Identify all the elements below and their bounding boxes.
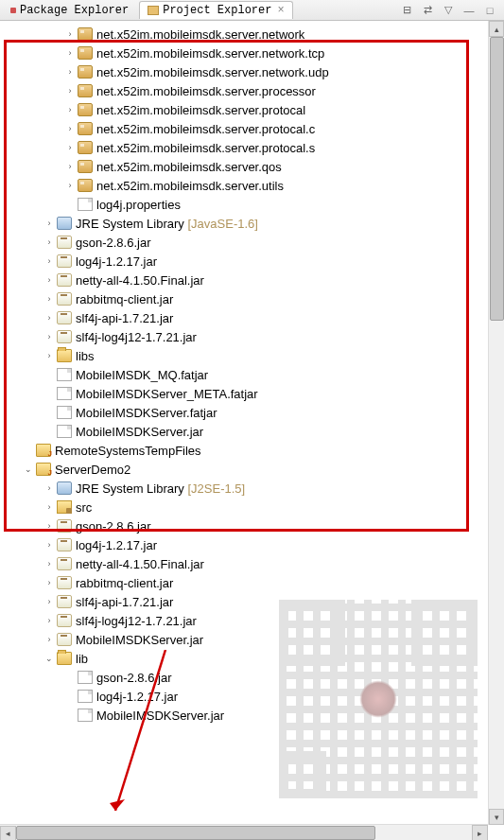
tree-item-label: net.x52im.mobileimsdk.server.network (96, 27, 304, 42)
jar-icon (57, 519, 72, 533)
tree-item[interactable]: ›JRE System Library [JavaSE-1.6] (2, 214, 504, 233)
tree-item-label: gson-2.8.6.jar (76, 519, 151, 534)
expander-closed-icon[interactable]: › (43, 312, 55, 324)
tree-item[interactable]: ›MobileIMSDKServer.jar (2, 630, 504, 649)
tree-item[interactable]: ›net.x52im.mobileimsdk.server.protocal.c (2, 119, 504, 138)
tree-item[interactable]: ›net.x52im.mobileimsdk.server.network.ud… (2, 62, 504, 81)
tree-item[interactable]: MobileIMSDKServer.jar (2, 706, 504, 725)
tree-item-label: net.x52im.mobileimsdk.server.protocal.s (96, 141, 315, 155)
tree-item[interactable]: log4j.properties (2, 195, 504, 214)
folder-icon (57, 349, 72, 362)
tab-package-explorer[interactable]: Package Explorer (2, 1, 137, 19)
tree-item-label: log4j-1.2.17.jar (96, 690, 178, 704)
expander-closed-icon[interactable]: › (43, 501, 55, 513)
tree-item-label: slf4j-log4j12-1.7.21.jar (76, 614, 197, 628)
expander-closed-icon[interactable]: › (64, 47, 76, 59)
expander-closed-icon[interactable]: › (43, 615, 55, 626)
scroll-left-icon[interactable]: ◂ (0, 826, 16, 841)
expander-closed-icon[interactable]: › (43, 218, 55, 229)
expander-closed-icon[interactable]: › (43, 274, 55, 286)
jar-icon (57, 576, 72, 589)
collapse-all-icon[interactable]: ⊟ (400, 4, 413, 17)
tree-item[interactable]: MobileIMSDKServer_META.fatjar (2, 384, 504, 403)
expander-closed-icon[interactable]: › (43, 350, 55, 361)
expander-closed-icon[interactable]: › (43, 596, 55, 607)
file-icon (57, 406, 72, 419)
tree-item[interactable]: MobileIMSDK_MQ.fatjar (2, 365, 504, 384)
expander-closed-icon[interactable]: › (43, 558, 55, 569)
tree-item[interactable]: ›rabbitmq-client.jar (2, 289, 504, 308)
tree-item[interactable]: MobileIMSDKServer.jar (2, 422, 504, 441)
tree-item[interactable]: ›JRE System Library [J2SE-1.5] (2, 479, 504, 498)
tab-project-explorer[interactable]: Project Explorer × (139, 1, 292, 19)
project-tree[interactable]: ›net.x52im.mobileimsdk.server.network›ne… (0, 21, 504, 825)
tree-item[interactable]: ›net.x52im.mobileimsdk.server.processor (2, 81, 504, 100)
expander-closed-icon[interactable]: › (43, 539, 55, 551)
file-icon (57, 387, 72, 400)
expander-closed-icon[interactable]: › (64, 104, 76, 115)
expander-open-icon[interactable]: ⌄ (23, 464, 34, 475)
expander-closed-icon[interactable]: › (43, 255, 55, 267)
tree-item-label: lib (76, 652, 88, 666)
tree-item[interactable]: ›gson-2.8.6.jar (2, 233, 504, 252)
tree-item[interactable]: ›libs (2, 346, 504, 365)
expander-closed-icon[interactable]: › (64, 180, 76, 191)
scroll-right-icon[interactable]: ▸ (472, 825, 488, 840)
tree-item[interactable]: ›netty-all-4.1.50.Final.jar (2, 554, 504, 573)
tree-item-label: MobileIMSDK_MQ.fatjar (76, 368, 208, 382)
expander-closed-icon[interactable]: › (43, 482, 55, 494)
expander-closed-icon[interactable]: › (43, 331, 55, 342)
tree-item[interactable]: ›net.x52im.mobileimsdk.server.protocal.s (2, 138, 504, 157)
expander-closed-icon[interactable]: › (43, 577, 55, 588)
expander-closed-icon[interactable]: › (64, 66, 76, 78)
scroll-thumb[interactable] (16, 826, 375, 840)
vertical-scrollbar[interactable]: ▴ ▾ (488, 21, 504, 825)
tree-item[interactable]: ›net.x52im.mobileimsdk.server.network.tc… (2, 44, 504, 62)
expander-closed-icon[interactable]: › (43, 634, 55, 645)
tree-item[interactable]: ›net.x52im.mobileimsdk.server.network (2, 25, 504, 44)
tree-item[interactable]: ›gson-2.8.6.jar (2, 516, 504, 535)
scroll-down-icon[interactable]: ▾ (489, 809, 504, 825)
tree-item[interactable]: ›slf4j-log4j12-1.7.21.jar (2, 327, 504, 346)
tree-item[interactable]: ›slf4j-api-1.7.21.jar (2, 592, 504, 611)
expander-closed-icon[interactable]: › (64, 28, 76, 40)
tree-item[interactable]: ›net.x52im.mobileimsdk.server.utils (2, 176, 504, 195)
expander-closed-icon[interactable]: › (64, 142, 76, 153)
tree-item[interactable]: ›net.x52im.mobileimsdk.server.protocal (2, 100, 504, 119)
maximize-icon[interactable]: □ (483, 4, 496, 17)
tree-item[interactable]: ›log4j-1.2.17.jar (2, 535, 504, 554)
scroll-thumb[interactable] (490, 37, 504, 321)
tree-item[interactable]: ›log4j-1.2.17.jar (2, 252, 504, 271)
tree-item[interactable]: MobileIMSDKServer.fatjar (2, 403, 504, 422)
view-menu-icon[interactable]: ▽ (442, 4, 455, 17)
tree-item[interactable]: ›netty-all-4.1.50.Final.jar (2, 271, 504, 289)
file-icon (78, 198, 93, 211)
expander-closed-icon[interactable]: › (64, 85, 76, 96)
proj-icon (36, 444, 51, 457)
expander-open-icon[interactable]: ⌄ (43, 653, 55, 664)
tree-item[interactable]: ›rabbitmq-client.jar (2, 573, 504, 592)
link-editor-icon[interactable]: ⇄ (421, 4, 434, 17)
tree-item[interactable]: ⌄ServerDemo2 (2, 460, 504, 479)
expander-closed-icon[interactable]: › (64, 161, 76, 172)
scroll-up-icon[interactable]: ▴ (489, 21, 504, 37)
tree-item[interactable]: ›slf4j-log4j12-1.7.21.jar (2, 611, 504, 630)
expander-closed-icon[interactable]: › (43, 520, 55, 532)
tree-item[interactable]: ›src (2, 498, 504, 516)
tree-item[interactable]: RemoteSystemsTempFiles (2, 441, 504, 460)
expander-closed-icon[interactable]: › (43, 236, 55, 248)
expander-closed-icon[interactable]: › (64, 123, 76, 134)
tree-item[interactable]: log4j-1.2.17.jar (2, 687, 504, 706)
horizontal-scrollbar[interactable]: ◂ ▸ (0, 824, 488, 840)
lib-icon (57, 217, 72, 230)
tree-item[interactable]: ⌄lib (2, 649, 504, 668)
jar-icon (57, 311, 72, 324)
tree-item[interactable]: gson-2.8.6.jar (2, 668, 504, 687)
tree-item[interactable]: ›net.x52im.mobileimsdk.server.qos (2, 157, 504, 176)
expander-closed-icon[interactable]: › (43, 293, 55, 305)
tree-item[interactable]: ›slf4j-api-1.7.21.jar (2, 308, 504, 327)
tree-item-label: gson-2.8.6.jar (76, 236, 151, 250)
close-icon[interactable]: × (277, 4, 284, 17)
pkg-icon (78, 65, 93, 79)
minimize-icon[interactable]: — (462, 4, 476, 17)
